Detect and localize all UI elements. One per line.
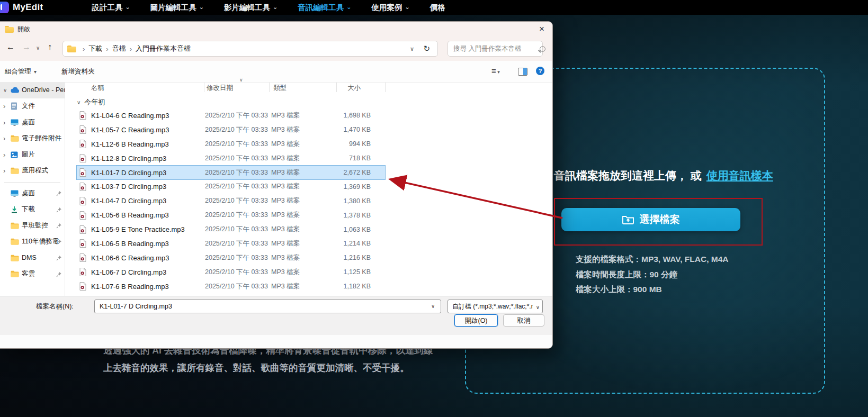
mp3-file-icon <box>77 140 91 148</box>
file-date: 2025/2/10 下午 03:33 <box>205 282 271 291</box>
nav-item-4[interactable]: 音訊編輯工具⌄ <box>298 3 351 13</box>
filename-input[interactable] <box>94 300 441 313</box>
file-type: MP3 檔案 <box>271 154 336 163</box>
folder-icon <box>11 238 22 245</box>
pin-icon <box>56 239 62 247</box>
file-type: MP3 檔案 <box>271 125 336 134</box>
file-row[interactable]: K1-L06-7 D Circling.mp32025/2/10 下午 03:3… <box>77 265 385 279</box>
file-date: 2025/2/10 下午 03:33 <box>205 239 271 248</box>
sidebar-item-pinned[interactable]: DMS <box>0 250 65 266</box>
view-options-icon[interactable]: ≡ ▾ <box>491 66 500 75</box>
filetype-select[interactable]: 自訂檔 (*.mp3;*.wav;*.flac;*.m ∨ <box>448 300 543 313</box>
file-type: MP3 檔案 <box>271 182 336 191</box>
search-box[interactable] <box>448 41 543 57</box>
use-audio-sample-link[interactable]: 使用音訊樣本 <box>706 169 773 182</box>
chevron-down-icon: ⌄ <box>273 4 278 11</box>
sidebar-item[interactable]: ›圖片 <box>0 147 65 163</box>
breadcrumb-separator: › <box>83 45 85 53</box>
file-type: MP3 檔案 <box>271 168 336 177</box>
file-date: 2025/2/10 下午 03:33 <box>205 211 271 220</box>
file-row[interactable]: K1-L05-7 C Reading.mp32025/2/10 下午 03:33… <box>77 123 385 137</box>
file-size: 994 KB <box>336 140 385 148</box>
nav-item-1[interactable]: 設計工具⌄ <box>92 3 130 13</box>
file-row[interactable]: K1-L12-8 D Circling.mp32025/2/10 下午 03:3… <box>77 151 385 166</box>
sidebar-item[interactable]: ›應用程式 <box>0 163 65 179</box>
file-name: K1-L04-7 D Circling.mp3 <box>91 197 205 205</box>
column-separator <box>204 83 204 92</box>
file-size: 1,214 KB <box>336 240 385 247</box>
file-size: 1,470 KB <box>336 126 385 133</box>
breadcrumb-current-folder[interactable]: 入門冊作業本音檔 <box>136 44 191 53</box>
file-date: 2025/2/10 下午 03:33 <box>205 154 271 163</box>
upload-info: 支援的檔案格式：MP3, WAV, FLAC, M4A檔案時間長度上限：90 分… <box>576 252 729 297</box>
up-arrow-icon[interactable]: ↑ <box>48 42 52 52</box>
breadcrumb-separator: › <box>106 45 108 53</box>
preview-pane-icon[interactable] <box>518 68 527 76</box>
filename-dropdown-chevron-icon[interactable]: ∨ <box>431 303 435 309</box>
desktop-icon <box>11 119 22 126</box>
file-row[interactable]: K1-L04-6 C Reading.mp32025/2/10 下午 03:33… <box>77 108 385 123</box>
file-row[interactable]: K1-L12-6 B Reading.mp32025/2/10 下午 03:33… <box>77 137 385 151</box>
pin-icon <box>56 271 62 279</box>
new-folder-button[interactable]: 新增資料夾 <box>61 67 95 76</box>
sidebar-item-onedrive[interactable]: ∨ OneDrive - Pers <box>0 82 65 98</box>
main-nav: 設計工具⌄圖片編輯工具⌄影片編輯工具⌄音訊編輯工具⌄使用案例⌄價格 <box>92 3 445 13</box>
sidebar-item-pinned[interactable]: 下載 <box>0 202 65 218</box>
dialog-bottom-bar: 檔案名稱(N): ∨ 自訂檔 (*.mp3;*.wav;*.flac;*.m ∨… <box>0 296 552 336</box>
sidebar-item[interactable]: ›桌面 <box>0 114 65 131</box>
help-icon[interactable]: ? <box>536 67 544 75</box>
cancel-button[interactable]: 取消 <box>503 314 544 327</box>
sidebar-item-pinned[interactable]: 早班監控 <box>0 217 65 234</box>
column-header-type[interactable]: 類型 <box>273 84 287 93</box>
file-row[interactable]: K1-L01-7 D Circling.mp32025/2/10 下午 03:3… <box>77 166 385 180</box>
nav-item-5[interactable]: 使用案例⌄ <box>371 3 409 13</box>
refresh-icon[interactable]: ↻ <box>423 44 430 53</box>
file-row[interactable]: K1-L07-6 B Reading.mp32025/2/10 下午 03:33… <box>77 279 385 294</box>
sidebar-item-pinned[interactable]: 110年僑務電 <box>0 234 65 250</box>
search-input[interactable] <box>452 44 540 53</box>
dialog-titlebar[interactable]: 開啟 <box>0 22 552 37</box>
back-arrow-icon[interactable]: ← <box>6 42 15 52</box>
sidebar-splitter[interactable] <box>65 82 65 296</box>
sidebar-item-pinned[interactable]: 客雲 <box>0 266 65 283</box>
file-row[interactable]: K1-L05-9 E Tone Practice.mp32025/2/10 下午… <box>77 222 385 237</box>
file-date: 2025/2/10 下午 03:33 <box>205 225 271 234</box>
sidebar-item-label: 文件 <box>22 102 35 111</box>
file-size: 718 KB <box>336 155 385 162</box>
close-icon[interactable]: × <box>536 23 548 35</box>
file-row[interactable]: K1-L05-6 B Reading.mp32025/2/10 下午 03:33… <box>77 208 385 222</box>
group-header[interactable]: ∨ 今年初 <box>77 97 105 107</box>
upload-info-line: 支援的檔案格式：MP3, WAV, FLAC, M4A <box>576 252 729 267</box>
file-row[interactable]: K1-L04-7 D Circling.mp32025/2/10 下午 03:3… <box>77 194 385 208</box>
nav-item-3[interactable]: 影片編輯工具⌄ <box>224 3 278 13</box>
file-row[interactable]: K1-L06-6 C Reading.mp32025/2/10 下午 03:33… <box>77 251 385 265</box>
filetype-value: 自訂檔 (*.mp3;*.wav;*.flac;*.m <box>452 302 533 311</box>
brand-logo[interactable]: MyEdit <box>0 2 43 13</box>
column-header-name[interactable]: 名稱 <box>91 84 104 93</box>
address-bar[interactable]: › 下載 › 音檔 › 入門冊作業本音檔 ∨ ↻ <box>62 41 438 57</box>
breadcrumb-audio[interactable]: 音檔 <box>112 44 126 53</box>
file-row[interactable]: K1-L06-5 B Reading.mp32025/2/10 下午 03:33… <box>77 237 385 251</box>
sidebar-item-label: 圖片 <box>22 150 35 159</box>
upload-info-line: 檔案大小上限：900 MB <box>576 282 729 297</box>
file-type: MP3 檔案 <box>271 253 336 262</box>
recent-locations-chevron-icon[interactable]: ∨ <box>36 45 40 51</box>
sidebar-item[interactable]: ›電子郵件附件 <box>0 131 65 147</box>
column-header-date[interactable]: 修改日期 <box>207 84 233 93</box>
column-header-size[interactable]: 大小 <box>347 84 361 93</box>
sidebar-item-pinned[interactable]: 桌面 <box>0 185 65 202</box>
sidebar-item[interactable]: ›文件 <box>0 98 65 115</box>
nav-item-6[interactable]: 價格 <box>430 3 445 13</box>
organize-button[interactable]: 組合管理▾ <box>5 67 37 76</box>
breadcrumb-downloads[interactable]: 下載 <box>88 44 102 53</box>
file-row[interactable]: K1-L03-7 D Circling.mp32025/2/10 下午 03:3… <box>77 179 385 194</box>
file-name: K1-L04-6 C Reading.mp3 <box>91 112 205 120</box>
nav-item-2[interactable]: 圖片編輯工具⌄ <box>150 3 204 13</box>
file-type: MP3 檔案 <box>271 225 336 234</box>
mp3-file-icon <box>77 211 91 220</box>
forward-arrow-icon[interactable]: → <box>22 42 31 52</box>
file-name: K1-L03-7 D Circling.mp3 <box>91 183 205 191</box>
folder-open-icon <box>5 26 14 33</box>
open-button[interactable]: 開啟(O) <box>454 314 498 327</box>
address-dropdown-chevron-icon[interactable]: ∨ <box>410 46 414 52</box>
